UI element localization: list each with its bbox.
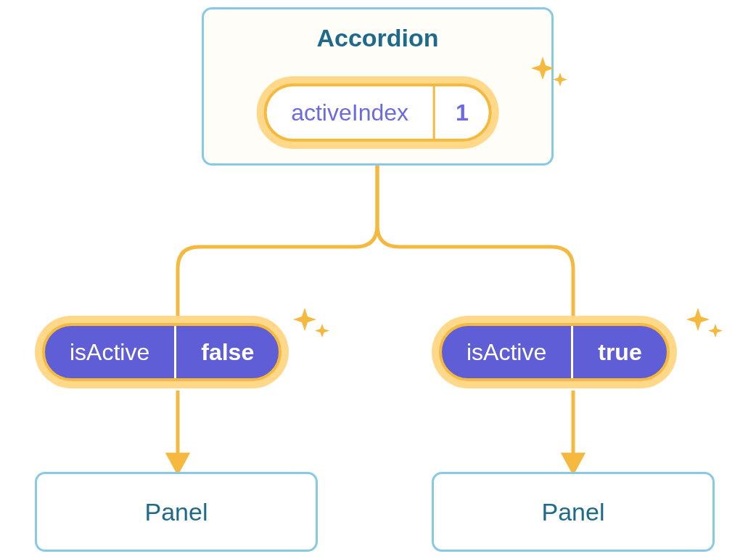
sparkle-icon (683, 303, 727, 347)
svg-marker-3 (564, 454, 583, 472)
parent-state-pill: activeIndex 1 (256, 76, 499, 149)
prop-label: isActive (442, 326, 571, 378)
state-label: activeIndex (266, 86, 433, 139)
panel-label: Panel (145, 498, 208, 526)
prop-pill-inner: isActive true (439, 323, 670, 381)
prop-label: isActive (45, 326, 174, 378)
panel-label: Panel (542, 498, 605, 526)
prop-value: false (174, 326, 279, 378)
child-panel-right: Panel (432, 472, 715, 552)
state-value: 1 (433, 86, 489, 139)
child-prop-pill-left: isActive false (35, 316, 289, 388)
prop-pill-inner: isActive false (42, 323, 282, 381)
state-pill-inner: activeIndex 1 (263, 83, 492, 142)
child-prop-pill-right: isActive true (432, 316, 677, 388)
parent-component-title: Accordion (204, 24, 551, 52)
svg-marker-1 (168, 454, 187, 472)
parent-component-box: Accordion activeIndex 1 (202, 7, 554, 166)
child-panel-left: Panel (35, 472, 318, 552)
prop-value: true (571, 326, 666, 378)
diagram-canvas: Accordion activeIndex 1 isActive false i… (0, 0, 756, 559)
sparkle-icon (290, 303, 334, 347)
